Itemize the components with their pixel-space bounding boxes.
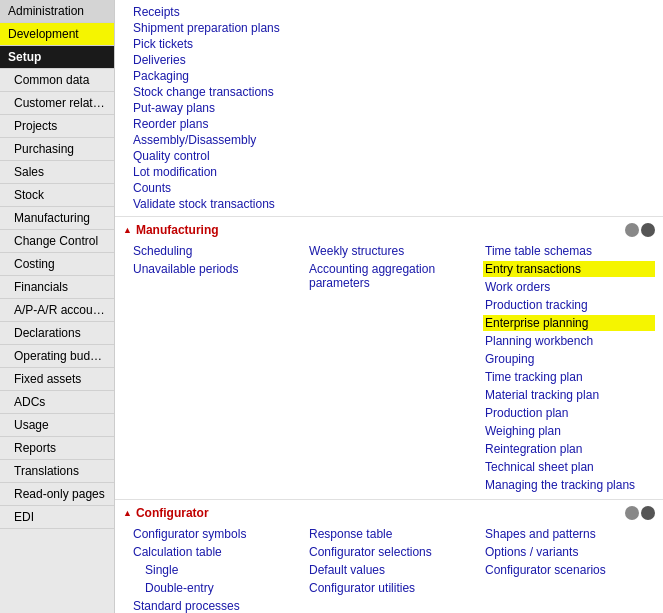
sidebar-item-reports[interactable]: Reports bbox=[0, 437, 114, 460]
menu-item-enterprise-planning[interactable]: Enterprise planning bbox=[483, 315, 655, 331]
stock-item-packaging[interactable]: Packaging bbox=[131, 68, 655, 84]
menu-item-managing-the-tracking-plans[interactable]: Managing the tracking plans bbox=[483, 477, 655, 493]
stock-item-lot-modification[interactable]: Lot modification bbox=[131, 164, 655, 180]
stock-item-assembly/disassembly[interactable]: Assembly/Disassembly bbox=[131, 132, 655, 148]
sidebar-item-fixed-assets[interactable]: Fixed assets bbox=[0, 368, 114, 391]
menu-col-configurator-1: Response tableConfigurator selectionsDef… bbox=[307, 526, 479, 613]
menu-col-configurator-0: Configurator symbolsCalculation tableSin… bbox=[131, 526, 303, 613]
menu-item-entry-transactions[interactable]: Entry transactions bbox=[483, 261, 655, 277]
menu-col-manufacturing-2: Time table schemasEntry transactionsWork… bbox=[483, 243, 655, 493]
stock-items-list: ReceiptsShipment preparation plansPick t… bbox=[115, 0, 663, 217]
stock-item-quality-control[interactable]: Quality control bbox=[131, 148, 655, 164]
sidebar-item-adcs[interactable]: ADCs bbox=[0, 391, 114, 414]
menu-item-configurator-utilities[interactable]: Configurator utilities bbox=[307, 580, 479, 596]
stock-item-put-away-plans[interactable]: Put-away plans bbox=[131, 100, 655, 116]
section-collapse-btn-configurator[interactable] bbox=[625, 506, 639, 520]
section-title-manufacturing: Manufacturing bbox=[123, 223, 219, 237]
menu-grid-configurator: Configurator symbolsCalculation tableSin… bbox=[123, 526, 655, 613]
menu-item-single[interactable]: Single bbox=[131, 562, 303, 578]
sidebar-item-common-data[interactable]: Common data bbox=[0, 69, 114, 92]
menu-item-weekly-structures[interactable]: Weekly structures bbox=[307, 243, 479, 259]
stock-item-shipment-preparation-plans[interactable]: Shipment preparation plans bbox=[131, 20, 655, 36]
menu-item-production-plan[interactable]: Production plan bbox=[483, 405, 655, 421]
stock-item-validate-stock-transactions[interactable]: Validate stock transactions bbox=[131, 196, 655, 212]
sidebar-item-change-control[interactable]: Change Control bbox=[0, 230, 114, 253]
sidebar-item-ap-ar-accounting[interactable]: A/P-A/R accounting bbox=[0, 299, 114, 322]
menu-item-calculation-table[interactable]: Calculation table bbox=[131, 544, 303, 560]
sidebar: AdministrationDevelopmentSetupCommon dat… bbox=[0, 0, 115, 613]
sidebar-item-read-only-pages[interactable]: Read-only pages bbox=[0, 483, 114, 506]
menu-col-configurator-2: Shapes and patternsOptions / variantsCon… bbox=[483, 526, 655, 613]
section-expand-btn-manufacturing[interactable] bbox=[641, 223, 655, 237]
menu-item-material-tracking-plan[interactable]: Material tracking plan bbox=[483, 387, 655, 403]
menu-item-default-values[interactable]: Default values bbox=[307, 562, 479, 578]
stock-item-pick-tickets[interactable]: Pick tickets bbox=[131, 36, 655, 52]
sidebar-item-stock[interactable]: Stock bbox=[0, 184, 114, 207]
sidebar-item-development[interactable]: Development bbox=[0, 23, 114, 46]
menu-item-configurator-selections[interactable]: Configurator selections bbox=[307, 544, 479, 560]
sidebar-item-translations[interactable]: Translations bbox=[0, 460, 114, 483]
sidebar-item-purchasing[interactable]: Purchasing bbox=[0, 138, 114, 161]
menu-item-shapes-and-patterns[interactable]: Shapes and patterns bbox=[483, 526, 655, 542]
stock-item-stock-change-transactions[interactable]: Stock change transactions bbox=[131, 84, 655, 100]
sidebar-item-costing[interactable]: Costing bbox=[0, 253, 114, 276]
sidebar-item-declarations[interactable]: Declarations bbox=[0, 322, 114, 345]
section-header-manufacturing: Manufacturing bbox=[123, 223, 655, 237]
menu-item-standard-processes[interactable]: Standard processes bbox=[131, 598, 303, 613]
stock-item-reorder-plans[interactable]: Reorder plans bbox=[131, 116, 655, 132]
section-manufacturing: ManufacturingSchedulingUnavailable perio… bbox=[115, 217, 663, 500]
sidebar-item-sales[interactable]: Sales bbox=[0, 161, 114, 184]
section-expand-btn-configurator[interactable] bbox=[641, 506, 655, 520]
menu-col-manufacturing-1: Weekly structuresAccounting aggregation … bbox=[307, 243, 479, 493]
sidebar-item-financials[interactable]: Financials bbox=[0, 276, 114, 299]
menu-item-unavailable-periods[interactable]: Unavailable periods bbox=[131, 261, 303, 277]
sidebar-item-usage[interactable]: Usage bbox=[0, 414, 114, 437]
stock-item-counts[interactable]: Counts bbox=[131, 180, 655, 196]
stock-item-deliveries[interactable]: Deliveries bbox=[131, 52, 655, 68]
section-configurator: ConfiguratorConfigurator symbolsCalculat… bbox=[115, 500, 663, 613]
menu-item-scheduling[interactable]: Scheduling bbox=[131, 243, 303, 259]
sidebar-item-projects[interactable]: Projects bbox=[0, 115, 114, 138]
menu-item-double-entry[interactable]: Double-entry bbox=[131, 580, 303, 596]
sidebar-item-setup[interactable]: Setup bbox=[0, 46, 114, 69]
menu-item-configurator-symbols[interactable]: Configurator symbols bbox=[131, 526, 303, 542]
main-content: ReceiptsShipment preparation plansPick t… bbox=[115, 0, 663, 613]
menu-item-time-table-schemas[interactable]: Time table schemas bbox=[483, 243, 655, 259]
section-header-configurator: Configurator bbox=[123, 506, 655, 520]
sidebar-item-administration[interactable]: Administration bbox=[0, 0, 114, 23]
menu-item-planning-workbench[interactable]: Planning workbench bbox=[483, 333, 655, 349]
menu-item-accounting-aggregation-parameters[interactable]: Accounting aggregation parameters bbox=[307, 261, 479, 291]
section-controls-manufacturing bbox=[625, 223, 655, 237]
menu-item-production-tracking[interactable]: Production tracking bbox=[483, 297, 655, 313]
menu-item-grouping[interactable]: Grouping bbox=[483, 351, 655, 367]
menu-item-time-tracking-plan[interactable]: Time tracking plan bbox=[483, 369, 655, 385]
menu-item-technical-sheet-plan[interactable]: Technical sheet plan bbox=[483, 459, 655, 475]
menu-item-options---variants[interactable]: Options / variants bbox=[483, 544, 655, 560]
menu-item-configurator-scenarios[interactable]: Configurator scenarios bbox=[483, 562, 655, 578]
menu-item-weighing-plan[interactable]: Weighing plan bbox=[483, 423, 655, 439]
sidebar-item-customer-relation[interactable]: Customer relation bbox=[0, 92, 114, 115]
menu-item-work-orders[interactable]: Work orders bbox=[483, 279, 655, 295]
sidebar-item-operating-budgets[interactable]: Operating budgets bbox=[0, 345, 114, 368]
stock-item-receipts[interactable]: Receipts bbox=[131, 4, 655, 20]
menu-item-reintegration-plan[interactable]: Reintegration plan bbox=[483, 441, 655, 457]
menu-grid-manufacturing: SchedulingUnavailable periodsWeekly stru… bbox=[123, 243, 655, 493]
sidebar-item-manufacturing[interactable]: Manufacturing bbox=[0, 207, 114, 230]
section-controls-configurator bbox=[625, 506, 655, 520]
menu-col-manufacturing-0: SchedulingUnavailable periods bbox=[131, 243, 303, 493]
menu-item-response-table[interactable]: Response table bbox=[307, 526, 479, 542]
sidebar-item-edi[interactable]: EDI bbox=[0, 506, 114, 529]
section-title-configurator: Configurator bbox=[123, 506, 209, 520]
section-collapse-btn-manufacturing[interactable] bbox=[625, 223, 639, 237]
